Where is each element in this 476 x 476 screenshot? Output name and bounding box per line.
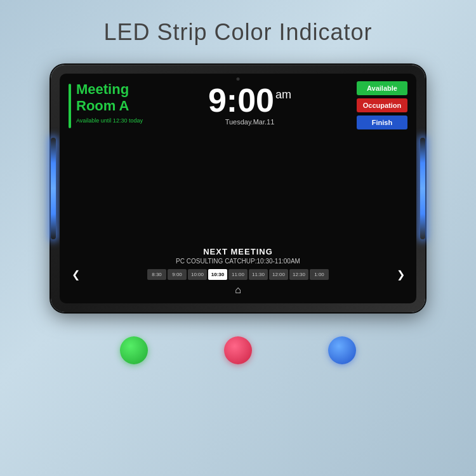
finish-button[interactable]: Finish: [357, 116, 407, 129]
occupation-button[interactable]: Occupation: [357, 98, 407, 112]
slot-1200[interactable]: 12:00: [269, 269, 288, 280]
room-text: Meeting Room A Available until 12:30 tod…: [76, 81, 143, 124]
home-icon: ⌂: [235, 284, 241, 295]
timeline: ❮ 8:30 9:00 10:00 10:30 11:00 11:30 12:0…: [69, 268, 407, 281]
green-dot: [120, 336, 148, 364]
screen-content: Meeting Room A Available until 12:30 tod…: [60, 74, 416, 303]
status-buttons: Available Occupation Finish: [357, 81, 407, 129]
clock-time: 9:00 am: [208, 84, 291, 117]
home-indicator[interactable]: ⌂: [69, 284, 407, 298]
clock-date: Tuesday.Mar.11: [225, 118, 275, 126]
next-arrow[interactable]: ❯: [395, 268, 406, 281]
clock-section: 9:00 am Tuesday.Mar.11: [143, 81, 357, 126]
tablet-screen: Meeting Room A Available until 12:30 tod…: [60, 74, 416, 303]
slot-1130[interactable]: 11:30: [249, 269, 268, 280]
top-section: Meeting Room A Available until 12:30 tod…: [69, 81, 407, 247]
room-availability: Available until 12:30 today: [76, 117, 143, 124]
next-meeting-detail: PC COSULTING CATCHUP:10:30-11:00AM: [69, 258, 407, 265]
led-strip-right: [420, 138, 425, 239]
slot-830[interactable]: 8:30: [147, 269, 166, 280]
green-bar: [69, 84, 71, 128]
next-meeting: NEXT MEETING PC COSULTING CATCHUP:10:30-…: [69, 247, 407, 265]
clock-ampm: am: [275, 89, 291, 100]
timeline-slots: 8:30 9:00 10:00 10:30 11:00 11:30 12:00 …: [83, 269, 393, 280]
room-info: Meeting Room A Available until 12:30 tod…: [69, 81, 143, 128]
next-meeting-title: NEXT MEETING: [69, 247, 407, 256]
slot-100[interactable]: 1:00: [310, 269, 329, 280]
color-indicators: [120, 336, 356, 364]
tablet-device: Meeting Room A Available until 12:30 tod…: [51, 65, 425, 312]
prev-arrow[interactable]: ❮: [70, 268, 81, 281]
slot-1000[interactable]: 10:00: [188, 269, 207, 280]
page-title: LED Strip Color Indicator: [103, 19, 372, 46]
led-strip-left: [51, 138, 56, 239]
slot-1030[interactable]: 10:30: [208, 269, 227, 280]
blue-dot: [328, 336, 356, 364]
slot-1230[interactable]: 12:30: [289, 269, 308, 280]
slot-900[interactable]: 9:00: [168, 269, 187, 280]
camera: [237, 77, 240, 81]
available-button[interactable]: Available: [357, 81, 407, 95]
slot-1100[interactable]: 11:00: [228, 269, 248, 280]
red-dot: [224, 336, 252, 364]
room-name: Meeting Room A: [76, 81, 143, 115]
